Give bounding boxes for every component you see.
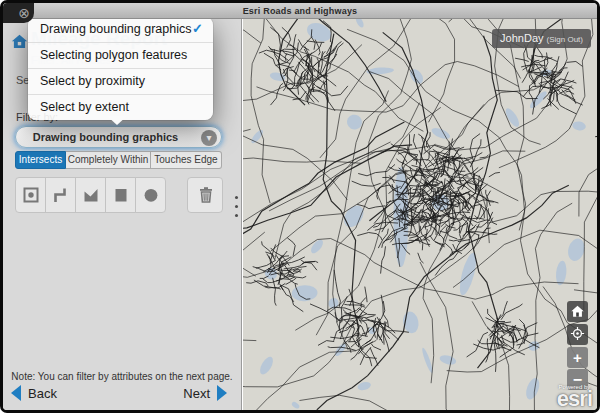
next-button[interactable]: Next bbox=[183, 385, 227, 401]
panel-resize-handle[interactable] bbox=[233, 196, 239, 223]
chevron-left-icon bbox=[11, 385, 21, 401]
map-canvas[interactable]: JohnDay(Sign Out) + − Powered by esri bbox=[243, 19, 597, 410]
close-icon[interactable]: ⊗ bbox=[16, 5, 32, 21]
esri-brand-text: esri bbox=[557, 386, 592, 410]
draw-rectangle-button[interactable] bbox=[105, 177, 136, 213]
trash-icon bbox=[200, 187, 212, 202]
draw-circle-button[interactable] bbox=[135, 177, 166, 213]
home-icon bbox=[571, 305, 584, 318]
menu-item-selecting-polygon-features[interactable]: Selecting polygon features bbox=[28, 42, 213, 68]
popover-caret bbox=[107, 116, 127, 125]
back-label: Back bbox=[28, 386, 57, 401]
check-icon: ✓ bbox=[192, 22, 203, 35]
menu-item-select-by-proximity[interactable]: Select by proximity bbox=[28, 68, 213, 94]
app-title: Esri Roads and Highways bbox=[3, 6, 597, 16]
menu-item-label: Drawing bounding graphics bbox=[40, 22, 191, 36]
mileage-report-panel: Mileage Report Filter: All Routes Se Fil… bbox=[3, 19, 242, 410]
note-text: Note: You can filter by attributes on th… bbox=[3, 371, 241, 382]
app-window: Esri Roads and Highways ⊗ Mileage Report… bbox=[0, 0, 600, 413]
menu-item-label: Selecting polygon features bbox=[40, 48, 187, 62]
menu-item-label: Select by proximity bbox=[40, 74, 145, 88]
draw-point-button[interactable] bbox=[15, 177, 46, 213]
clear-graphics-button[interactable] bbox=[187, 177, 223, 213]
sign-out-link[interactable]: (Sign Out) bbox=[547, 35, 583, 44]
locate-icon bbox=[570, 326, 585, 341]
map-locate-button[interactable] bbox=[567, 324, 588, 345]
titlebar: Esri Roads and Highways bbox=[3, 3, 597, 19]
map-road-network bbox=[243, 19, 597, 410]
tab-touches-edge[interactable]: Touches Edge bbox=[151, 151, 222, 169]
chevron-right-icon bbox=[217, 385, 227, 401]
map-home-button[interactable] bbox=[567, 301, 588, 322]
spatial-relation-tabs: Intersects Completely Within Touches Edg… bbox=[15, 151, 222, 169]
menu-item-label: Select by extent bbox=[40, 100, 129, 114]
draw-polyline-button[interactable] bbox=[45, 177, 76, 213]
tab-completely-within[interactable]: Completely Within bbox=[66, 151, 151, 169]
chevron-down-icon: ▾ bbox=[201, 130, 217, 146]
selection-method-dropdown[interactable]: Drawing bounding graphics ▾ bbox=[15, 126, 222, 148]
user-name: JohnDay bbox=[500, 32, 543, 44]
esri-logo: Powered by esri bbox=[557, 384, 592, 410]
selection-method-menu: Drawing bounding graphics ✓ Selecting po… bbox=[28, 17, 213, 120]
tab-intersects[interactable]: Intersects bbox=[15, 151, 66, 169]
next-label: Next bbox=[183, 386, 210, 401]
home-icon bbox=[11, 33, 28, 50]
user-badge[interactable]: JohnDay(Sign Out) bbox=[492, 29, 591, 48]
draw-polygon-button[interactable] bbox=[75, 177, 106, 213]
menu-item-drawing-bounding-graphics[interactable]: Drawing bounding graphics ✓ bbox=[28, 17, 213, 42]
zoom-in-button[interactable]: + bbox=[567, 347, 588, 368]
dropdown-value: Drawing bounding graphics bbox=[16, 131, 195, 143]
back-button[interactable]: Back bbox=[11, 385, 57, 401]
